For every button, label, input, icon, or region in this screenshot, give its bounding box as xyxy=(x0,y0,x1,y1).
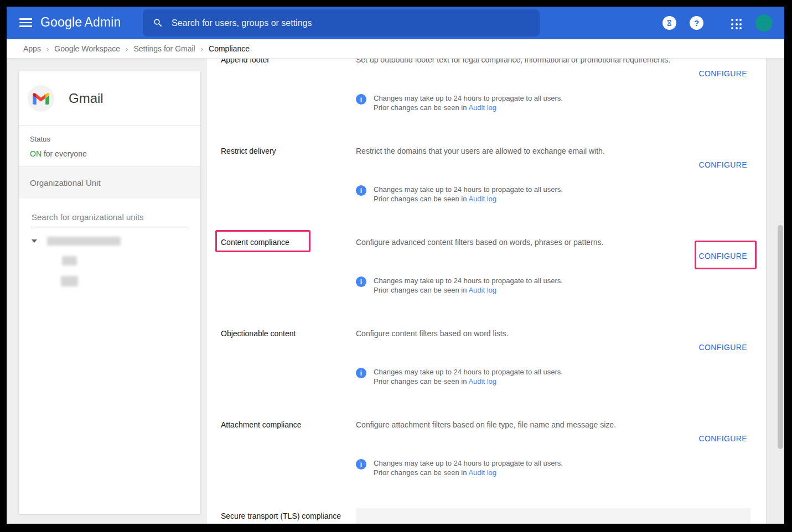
info-line-2: Prior changes can be seen inAudit log xyxy=(374,103,563,112)
info-line-2: Prior changes can be seen inAudit log xyxy=(374,468,563,477)
setting-description: Configure attachment filters based on fi… xyxy=(356,420,747,430)
breadcrumb-current-compliance: Compliance xyxy=(209,44,250,53)
info-icon: i xyxy=(356,459,366,470)
info-line-2: Prior changes can be seen inAudit log xyxy=(374,377,563,386)
info-line-1: Changes may take up to 24 hours to propa… xyxy=(374,93,563,103)
audit-log-link[interactable]: Audit log xyxy=(468,195,496,203)
configure-button-content-compliance[interactable]: CONFIGURE xyxy=(698,252,747,260)
gmail-logo-badge xyxy=(28,85,54,112)
setting-description: Configure advanced content filters based… xyxy=(356,237,747,247)
configure-button[interactable]: CONFIGURE xyxy=(698,160,747,169)
organizational-unit-label: Organizational Unit xyxy=(30,178,101,187)
audit-log-link[interactable]: Audit log xyxy=(468,468,496,477)
propagation-info-note: i Changes may take up to 24 hours to pro… xyxy=(356,367,563,386)
setting-title: Secure transport (TLS) compliance xyxy=(221,511,356,521)
tree-expand-arrow-icon[interactable] xyxy=(32,239,37,243)
hourglass-icon xyxy=(666,19,673,27)
tasks-hourglass-button[interactable] xyxy=(662,16,676,30)
setting-row-attachment-compliance[interactable]: Attachment compliance Configure attachme… xyxy=(221,420,747,511)
status-value: ON for everyone xyxy=(30,149,189,158)
info-line-1: Changes may take up to 24 hours to propa… xyxy=(374,276,563,285)
org-unit-child-redacted[interactable] xyxy=(62,256,77,265)
audit-log-link[interactable]: Audit log xyxy=(468,103,496,112)
setting-row-content-compliance[interactable]: Content compliance Configure advanced co… xyxy=(221,237,747,328)
status-scope: for everyone xyxy=(42,149,87,158)
admin-console-window: GoogleAdmin ? Apps › Google Workspace › … xyxy=(7,7,784,524)
gmail-service-card: Gmail Status ON for everyone Organizatio… xyxy=(19,71,200,514)
org-unit-root-redacted[interactable] xyxy=(47,237,121,246)
breadcrumb-separator-icon: › xyxy=(46,45,49,53)
org-unit-child-redacted[interactable] xyxy=(61,276,78,286)
row-hover-background xyxy=(356,508,750,524)
brand-admin: Admin xyxy=(84,15,121,29)
setting-title: Attachment compliance xyxy=(221,420,356,430)
help-button[interactable]: ? xyxy=(690,16,703,30)
search-icon xyxy=(153,18,163,28)
info-icon: i xyxy=(356,277,366,287)
page-body: Gmail Status ON for everyone Organizatio… xyxy=(7,59,784,524)
apps-grid-icon[interactable] xyxy=(731,19,742,29)
info-line-1: Changes may take up to 24 hours to propa… xyxy=(374,367,563,377)
status-section: Status ON for everyone xyxy=(19,126,200,167)
propagation-info-note: i Changes may take up to 24 hours to pro… xyxy=(356,93,563,112)
brand-logo[interactable]: GoogleAdmin xyxy=(40,15,121,30)
setting-title: Objectionable content xyxy=(221,328,356,338)
setting-row-objectionable-content[interactable]: Objectionable content Configure content … xyxy=(221,328,747,420)
gmail-logo-icon xyxy=(33,92,49,105)
org-unit-search xyxy=(32,212,187,227)
compliance-settings-panel: Append footer Set up outbound footer tex… xyxy=(207,59,766,524)
breadcrumb-google-workspace[interactable]: Google Workspace xyxy=(54,44,120,53)
menu-icon[interactable] xyxy=(19,18,32,27)
info-line-2: Prior changes can be seen inAudit log xyxy=(374,194,563,204)
info-icon: i xyxy=(356,94,366,105)
top-app-bar: GoogleAdmin ? xyxy=(7,7,784,39)
gmail-card-header: Gmail xyxy=(19,71,200,126)
info-icon: i xyxy=(356,368,366,378)
setting-row-restrict-delivery[interactable]: Restrict delivery Restrict the domains t… xyxy=(221,146,747,237)
audit-log-link[interactable]: Audit log xyxy=(468,286,496,294)
propagation-info-note: i Changes may take up to 24 hours to pro… xyxy=(356,458,563,477)
setting-row-append-footer[interactable]: Append footer Set up outbound footer tex… xyxy=(221,59,747,146)
status-label: Status xyxy=(30,135,189,143)
setting-description: Configure content filters based on word … xyxy=(356,328,747,338)
info-line-2: Prior changes can be seen inAudit log xyxy=(374,285,563,295)
brand-google: Google xyxy=(40,15,82,29)
configure-button[interactable]: CONFIGURE xyxy=(698,434,747,443)
question-mark-icon: ? xyxy=(694,18,699,28)
setting-description: Restrict the domains that your users are… xyxy=(356,146,747,156)
configure-button[interactable]: CONFIGURE xyxy=(698,69,747,78)
org-unit-tree xyxy=(19,237,200,303)
info-line-1: Changes may take up to 24 hours to propa… xyxy=(374,185,563,194)
breadcrumb-separator-icon: › xyxy=(201,45,203,53)
info-line-1: Changes may take up to 24 hours to propa… xyxy=(374,458,563,468)
audit-log-link[interactable]: Audit log xyxy=(468,377,496,385)
setting-title: Content compliance xyxy=(221,237,356,247)
scrollbar-track[interactable] xyxy=(766,59,784,524)
global-search-bar[interactable] xyxy=(143,9,540,36)
global-search-input[interactable] xyxy=(172,18,540,28)
account-avatar[interactable] xyxy=(755,14,773,32)
scrollbar-thumb[interactable] xyxy=(778,225,783,449)
breadcrumb-apps[interactable]: Apps xyxy=(23,44,41,53)
setting-title: Restrict delivery xyxy=(221,146,356,156)
configure-button[interactable]: CONFIGURE xyxy=(698,343,747,352)
breadcrumb: Apps › Google Workspace › Settings for G… xyxy=(7,39,784,59)
breadcrumb-separator-icon: › xyxy=(126,45,128,53)
propagation-info-note: i Changes may take up to 24 hours to pro… xyxy=(356,185,563,204)
breadcrumb-settings-for-gmail[interactable]: Settings for Gmail xyxy=(133,44,195,53)
service-title: Gmail xyxy=(69,91,103,106)
setting-title: Append footer xyxy=(221,59,356,65)
setting-description: Set up outbound footer text for legal co… xyxy=(356,59,747,65)
org-unit-search-input[interactable] xyxy=(32,212,187,227)
setting-row-secure-transport-tls[interactable]: Secure transport (TLS) compliance xyxy=(221,511,747,524)
organizational-unit-header: Organizational Unit xyxy=(19,167,200,199)
info-icon: i xyxy=(356,185,366,196)
status-on-badge: ON xyxy=(30,149,42,158)
propagation-info-note: i Changes may take up to 24 hours to pro… xyxy=(356,276,563,295)
